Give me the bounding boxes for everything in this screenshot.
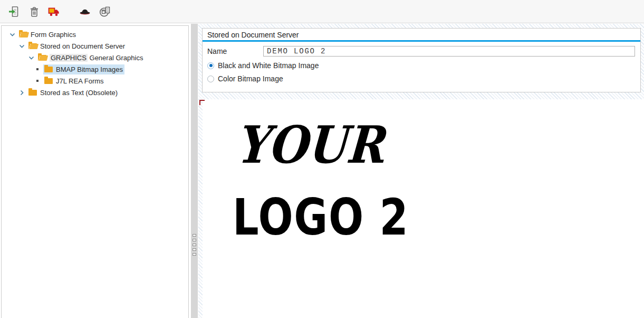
name-label: Name (207, 47, 263, 55)
import-graphic-icon[interactable] (7, 4, 21, 19)
splitter-grip-icon (193, 234, 196, 258)
administration-hat-icon[interactable] (78, 4, 92, 19)
selected-row-highlight: BMAP Bitmap Images (43, 64, 124, 74)
tree-item-label: Stored as Text (Obsolete) (40, 89, 118, 97)
graphic-detail-pane: Stored on Document Server Name Black and… (198, 24, 644, 318)
folder-closed-icon (44, 78, 53, 84)
folder-open-icon (19, 32, 27, 38)
chevron-down-icon[interactable] (9, 31, 16, 38)
tree-item-label: J7L REA Forms (56, 77, 104, 85)
print-preview-icon[interactable] (98, 4, 112, 19)
tree-item-key: GRAPHICS (50, 54, 88, 62)
folder-open-icon (38, 55, 46, 61)
folder-closed-icon (44, 67, 53, 72)
folder-closed-icon (28, 90, 37, 96)
leaf-bullet-icon (36, 68, 39, 70)
bitmap-preview-area: YOUR LOGO 2 (203, 99, 644, 318)
radio-label: Black and White Bitmap Image (218, 61, 319, 70)
tree-item-stored-on-document-server[interactable]: Stored on Document Server (2, 40, 188, 52)
panel-splitter[interactable] (191, 24, 198, 318)
radio-selected-icon[interactable] (207, 62, 214, 69)
transport-truck-icon[interactable] (47, 4, 61, 19)
box-title: Stored on Document Server (203, 29, 640, 40)
name-input[interactable] (263, 46, 635, 57)
leaf-bullet-icon (36, 80, 39, 82)
tree-item-form-graphics[interactable]: Form Graphics (2, 29, 188, 40)
radio-unselected-icon[interactable] (207, 76, 214, 82)
corner-marker-icon (199, 100, 205, 105)
tree-item-bmap-bitmap-images[interactable]: BMAP Bitmap Images (2, 63, 188, 75)
tree-item-stored-as-text[interactable]: Stored as Text (Obsolete) (2, 87, 188, 98)
tree-item-j7l-rea-forms[interactable]: J7L REA Forms (2, 75, 188, 87)
form-graphics-tree: Form Graphics Stored on Document Server … (1, 25, 189, 318)
radio-label: Color Bitmap Image (218, 74, 283, 83)
folder-open-icon (28, 43, 37, 49)
logo-line-logo2: LOGO 2 (233, 192, 409, 242)
tree-item-label: Form Graphics (31, 31, 76, 39)
tree-item-graphics-general-graphics[interactable]: GRAPHICS General Graphics (2, 52, 188, 63)
radio-black-and-white-bitmap[interactable]: Black and White Bitmap Image (207, 61, 640, 70)
radio-color-bitmap[interactable]: Color Bitmap Image (207, 74, 640, 83)
chevron-right-icon[interactable] (18, 89, 25, 96)
title-accent-rule (203, 40, 640, 42)
tree-item-label: General Graphics (90, 54, 143, 62)
chevron-down-icon[interactable] (18, 43, 25, 50)
tree-item-label: Stored on Document Server (40, 42, 125, 50)
chevron-down-icon[interactable] (28, 54, 35, 61)
logo-line-your: YOUR (234, 119, 386, 171)
stored-on-document-server-box: Stored on Document Server Name Black and… (202, 28, 641, 92)
delete-icon[interactable] (27, 4, 41, 19)
toolbar (0, 0, 644, 23)
tree-item-label: BMAP Bitmap Images (56, 66, 123, 73)
